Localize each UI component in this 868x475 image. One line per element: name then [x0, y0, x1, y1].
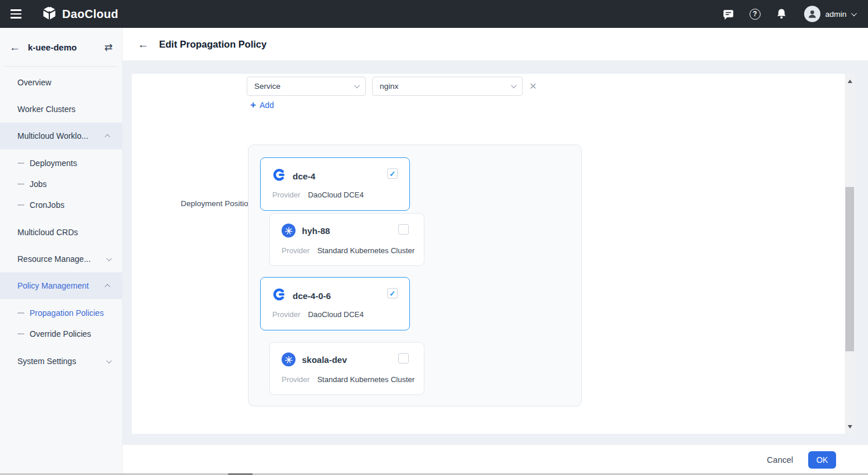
- dash-icon: [17, 183, 24, 185]
- hamburger-menu-icon[interactable]: [0, 0, 26, 28]
- sidebar-item-worker-clusters[interactable]: Worker Clusters: [0, 96, 122, 123]
- page-back-icon[interactable]: ←: [138, 39, 149, 50]
- checkbox-unchecked[interactable]: [398, 224, 409, 235]
- cluster-selection-panel: dce-4 ✓ Provider DaoCloud DCE4: [248, 145, 582, 406]
- chevron-down-icon: [106, 256, 112, 261]
- sidebar-menu: Overview Worker Clusters Multicloud Work…: [0, 67, 122, 375]
- dash-icon: [17, 312, 24, 314]
- sidebar-item-system-settings[interactable]: System Settings: [0, 348, 122, 375]
- sidebar: ← k-uee-demo ⇄ Overview Worker Clusters …: [0, 28, 123, 475]
- vertical-scrollbar[interactable]: [845, 74, 855, 434]
- sidebar-back-icon[interactable]: ←: [9, 42, 20, 53]
- chevron-down-icon: [106, 358, 112, 364]
- sidebar-item-multicloud-workloads[interactable]: Multicloud Worklo...: [0, 123, 122, 149]
- switch-project-icon[interactable]: ⇄: [105, 42, 113, 52]
- dash-icon: [17, 333, 24, 334]
- sidebar-item-resource-management[interactable]: Resource Manage...: [0, 246, 122, 272]
- brand-name: DaoCloud: [62, 8, 118, 21]
- sidebar-item-cronjobs[interactable]: CronJobs: [0, 195, 122, 215]
- checkbox-unchecked[interactable]: [398, 353, 409, 364]
- kubernetes-logo-icon: [282, 224, 296, 238]
- sidebar-item-multicloud-crds[interactable]: Multicloud CRDs: [0, 219, 122, 246]
- message-icon[interactable]: [722, 8, 734, 20]
- plus-icon: +: [250, 99, 256, 111]
- cluster-card-skoala-dev[interactable]: skoala-dev Provider Standard Kubernetes …: [269, 342, 424, 395]
- username-label: admin: [825, 10, 847, 19]
- sidebar-item-overview[interactable]: Overview: [0, 69, 122, 96]
- top-bar: DaoCloud ?: [0, 0, 868, 28]
- add-resource-button[interactable]: + Add: [250, 99, 274, 111]
- kubernetes-logo-icon: [282, 352, 296, 366]
- chevron-down-icon: [511, 82, 517, 88]
- checkbox-checked[interactable]: ✓: [387, 168, 398, 179]
- page-header: ← Edit Propagation Policy: [123, 28, 868, 60]
- remove-resource-icon[interactable]: ×: [530, 80, 536, 92]
- dash-icon: [17, 163, 24, 164]
- scrollbar-thumb[interactable]: [845, 187, 854, 351]
- sidebar-item-deployments[interactable]: Deployments: [0, 153, 122, 174]
- brand-logo[interactable]: DaoCloud: [42, 5, 118, 23]
- ok-button[interactable]: OK: [808, 451, 836, 469]
- sidebar-item-policy-management[interactable]: Policy Management: [0, 272, 122, 299]
- resource-name-select[interactable]: nginx: [372, 77, 523, 96]
- dash-icon: [17, 204, 24, 206]
- action-footer: Cancel OK: [123, 444, 868, 475]
- dce-logo-icon: [272, 168, 286, 184]
- dce-logo-icon: [272, 287, 286, 304]
- page-title: Edit Propagation Policy: [159, 39, 266, 50]
- scroll-down-arrow[interactable]: [845, 422, 855, 431]
- sidebar-item-override-policies[interactable]: Override Policies: [0, 323, 122, 344]
- main-area: ← Edit Propagation Policy Service nginx …: [123, 28, 868, 475]
- cluster-card-hyh-88[interactable]: hyh-88 Provider Standard Kubernetes Clus…: [269, 213, 424, 266]
- project-name: k-uee-demo: [28, 42, 77, 52]
- sidebar-item-jobs[interactable]: Jobs: [0, 174, 122, 195]
- chevron-down-icon: [851, 10, 857, 16]
- user-menu[interactable]: admin: [802, 6, 855, 22]
- sidebar-item-propagation-policies[interactable]: Propagation Policies: [0, 303, 122, 323]
- deployment-position-label: Deployment Position: [164, 199, 253, 208]
- notification-bell-icon[interactable]: [775, 8, 788, 20]
- resource-type-select[interactable]: Service: [247, 77, 366, 96]
- cluster-card-dce-4[interactable]: dce-4 ✓ Provider DaoCloud DCE4: [260, 157, 410, 211]
- checkbox-checked[interactable]: ✓: [387, 288, 398, 298]
- scroll-up-arrow[interactable]: [845, 77, 855, 86]
- cluster-card-dce-4-0-6[interactable]: dce-4-0-6 ✓ Provider DaoCloud DCE4: [260, 277, 410, 330]
- avatar: [804, 6, 820, 22]
- help-icon[interactable]: ?: [748, 8, 761, 20]
- daocloud-cube-icon: [42, 5, 57, 23]
- help-glyph: ?: [753, 10, 757, 18]
- cancel-button[interactable]: Cancel: [767, 455, 793, 465]
- form-panel: Service nginx × + Add Deployment Positio…: [132, 74, 855, 434]
- chevron-down-icon: [354, 82, 360, 88]
